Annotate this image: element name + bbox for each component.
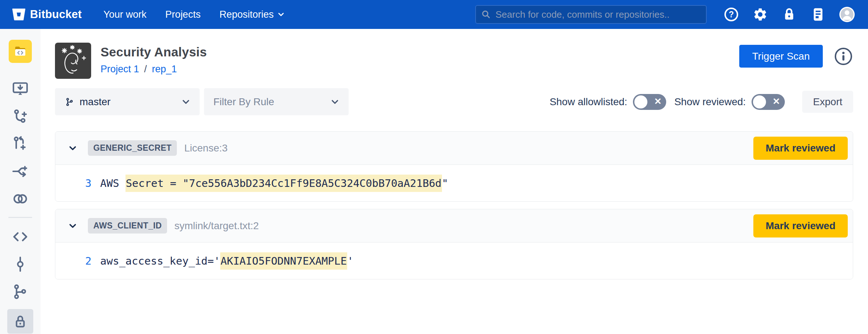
show-allowlisted-label: Show allowlisted: — [550, 96, 627, 108]
page-title: Security Analysis — [101, 45, 207, 59]
nav-projects[interactable]: Projects — [165, 9, 201, 20]
show-reviewed-toggle[interactable]: ✕ — [752, 94, 785, 110]
code-line: aws_access_key_id='AKIAIO5FODNN7EXAMPLE' — [100, 255, 353, 267]
export-button[interactable]: Export — [802, 91, 853, 113]
code-line: AWS Secret = "7ce556A3bD234Cc1Ff9E8A5C32… — [100, 177, 448, 189]
nav-your-work[interactable]: Your work — [103, 9, 146, 20]
trigger-scan-button[interactable]: Trigger Scan — [739, 45, 823, 68]
title-block: Security Analysis Project 1 / rep_1 — [101, 43, 207, 75]
security-lock-icon — [12, 313, 29, 330]
branch-icon — [64, 97, 75, 107]
help-icon: ? — [724, 7, 739, 22]
compare-icon — [12, 190, 29, 207]
chevron-down-icon — [277, 11, 285, 18]
chevron-down-icon — [68, 144, 77, 153]
rule-badge: GENERIC_SECRET — [88, 140, 177, 156]
page-header: Security Analysis Project 1 / rep_1 Trig… — [55, 43, 853, 79]
breadcrumb-project-link[interactable]: Project 1 — [101, 64, 139, 75]
branch-selector[interactable]: master — [55, 88, 200, 115]
secret-highlight: Secret = "7ce556A3bD234Cc1Ff9E8A5C324C0b… — [125, 175, 442, 192]
finding-card-header: GENERIC_SECRET License:3 Mark reviewed — [55, 132, 853, 165]
settings-button[interactable] — [752, 7, 768, 22]
finding-card: AWS_CLIENT_ID symlink/target.txt:2 Mark … — [55, 209, 853, 279]
security-lock-button[interactable] — [781, 7, 797, 22]
finding-location: License:3 — [184, 142, 227, 154]
commits-icon — [12, 256, 29, 273]
finding-location: symlink/target.txt:2 — [174, 220, 259, 232]
show-reviewed-label: Show reviewed: — [674, 96, 746, 108]
bitbucket-home-link[interactable]: Bitbucket — [12, 8, 82, 21]
info-icon[interactable] — [834, 47, 853, 66]
finding-code-row: 2 aws_access_key_id='AKIAIO5FODNN7EXAMPL… — [55, 243, 853, 279]
sidebar-item-create-pull-request[interactable] — [10, 134, 30, 154]
breadcrumb-repo-link[interactable]: rep_1 — [152, 64, 177, 75]
user-avatar — [839, 5, 855, 24]
code-prefix: aws_access_key_id=' — [100, 255, 220, 267]
sidebar-item-security[interactable] — [7, 309, 33, 334]
settings-gear-icon — [753, 7, 768, 22]
bitbucket-logo-icon — [12, 8, 25, 21]
top-navigation-bar: Bitbucket Your work Projects Repositorie… — [0, 0, 868, 29]
chevron-down-icon — [182, 98, 190, 106]
repository-avatar-image — [55, 43, 91, 79]
sidebar-item-source[interactable] — [10, 227, 30, 247]
face-illustration — [55, 43, 91, 79]
toggle-x-icon: ✕ — [773, 96, 780, 107]
mark-reviewed-button[interactable]: Mark reviewed — [753, 214, 848, 237]
sidebar-item-repo-avatar[interactable] — [9, 40, 32, 63]
profile-menu-button[interactable] — [839, 7, 855, 22]
rule-filter-selector[interactable]: Filter By Rule — [204, 88, 349, 115]
clone-icon — [12, 80, 29, 98]
code-suffix: ' — [347, 255, 353, 267]
nav-repositories[interactable]: Repositories — [220, 9, 285, 20]
code-suffix: " — [442, 177, 448, 189]
finding-card: GENERIC_SECRET License:3 Mark reviewed 3… — [55, 131, 853, 202]
global-search[interactable] — [475, 5, 707, 24]
search-icon — [481, 9, 491, 20]
finding-code-row: 3 AWS Secret = "7ce556A3bD234Cc1Ff9E8A5C… — [55, 165, 853, 201]
breadcrumb-separator: / — [144, 64, 147, 75]
sidebar-item-compare[interactable] — [10, 189, 30, 209]
create-pr-icon — [12, 135, 29, 153]
collapse-toggle[interactable] — [65, 219, 80, 233]
create-branch-icon — [12, 108, 29, 125]
finding-card-header: AWS_CLIENT_ID symlink/target.txt:2 Mark … — [55, 209, 853, 243]
sidebar-item-commits[interactable] — [10, 254, 30, 274]
sidebar-item-clone[interactable] — [10, 79, 30, 99]
collapse-toggle[interactable] — [65, 141, 80, 155]
code-line-number[interactable]: 3 — [55, 177, 92, 189]
search-input[interactable] — [495, 9, 701, 20]
feedback-button[interactable] — [810, 7, 826, 22]
sidebar-nav-group — [7, 227, 33, 334]
feedback-icon — [810, 7, 826, 22]
header-actions: Trigger Scan — [739, 45, 853, 68]
sidebar-divider — [8, 217, 32, 218]
mark-reviewed-button[interactable]: Mark reviewed — [753, 137, 848, 160]
toggle-knob — [634, 95, 647, 108]
lock-icon — [782, 7, 797, 22]
filter-toolbar: master Filter By Rule Show allowlisted: … — [55, 88, 853, 115]
show-allowlisted-toggle[interactable]: ✕ — [633, 94, 666, 110]
main-content: Security Analysis Project 1 / rep_1 Trig… — [41, 29, 868, 334]
help-button[interactable]: ? — [723, 7, 739, 22]
top-nav-menu: Your work Projects Repositories — [103, 9, 285, 20]
rule-badge: AWS_CLIENT_ID — [88, 218, 167, 234]
chevron-down-icon — [68, 222, 77, 230]
code-line-number[interactable]: 2 — [55, 255, 92, 267]
rule-filter-placeholder: Filter By Rule — [213, 96, 274, 108]
sidebar-item-workflow[interactable] — [10, 161, 30, 181]
topbar-icon-group: ? — [723, 7, 855, 22]
filter-toggles: Show allowlisted: ✕ Show reviewed: ✕ Exp… — [550, 91, 853, 113]
chevron-down-icon — [331, 98, 339, 106]
repository-sidebar — [0, 29, 41, 334]
sidebar-item-create-branch[interactable] — [10, 106, 30, 127]
sidebar-shortcut-group — [10, 79, 30, 209]
svg-text:?: ? — [729, 10, 734, 19]
secret-highlight: AKIAIO5FODNN7EXAMPLE — [220, 252, 347, 270]
toggle-x-icon: ✕ — [654, 96, 661, 107]
branch-selector-value: master — [80, 96, 111, 108]
sidebar-item-branches[interactable] — [10, 282, 30, 302]
toggle-knob — [753, 95, 766, 108]
branches-icon — [12, 283, 29, 300]
repository-folder-icon — [13, 44, 27, 59]
